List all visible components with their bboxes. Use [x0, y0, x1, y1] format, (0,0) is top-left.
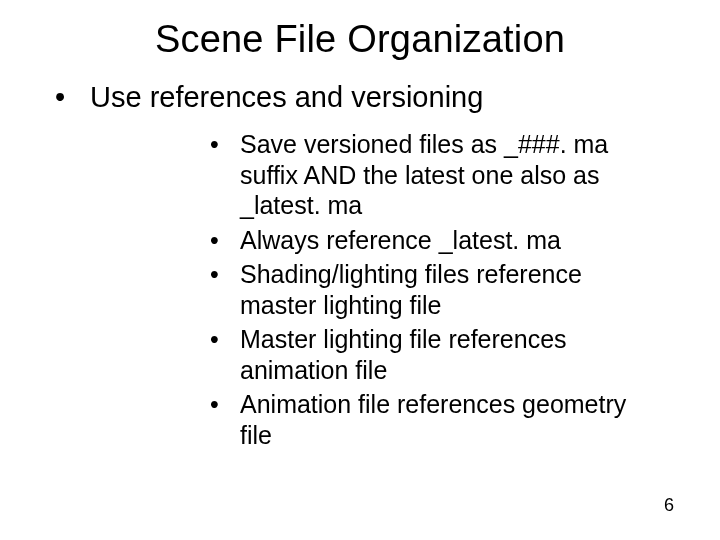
list-item: Always reference _latest. ma	[90, 225, 720, 256]
list-item-text: Always reference _latest. ma	[240, 226, 561, 254]
list-item: Shading/lighting files reference master …	[90, 259, 720, 320]
page-number: 6	[664, 495, 674, 516]
list-item: Animation file references geometry file	[90, 389, 720, 450]
list-item-text: Shading/lighting files reference master …	[240, 260, 582, 319]
list-item: Master lighting file references animatio…	[90, 324, 720, 385]
slide-title: Scene File Organization	[0, 0, 720, 69]
bullet-list-level2: Save versioned files as _###. ma suffix …	[90, 129, 720, 450]
slide: Scene File Organization Use references a…	[0, 0, 720, 540]
list-item-text: Save versioned files as _###. ma suffix …	[240, 130, 608, 219]
list-item: Save versioned files as _###. ma suffix …	[90, 129, 720, 221]
list-item: Use references and versioning Save versi…	[0, 79, 720, 450]
list-item-text: Use references and versioning	[90, 81, 483, 113]
list-item-text: Animation file references geometry file	[240, 390, 626, 449]
bullet-list-level1: Use references and versioning Save versi…	[0, 79, 720, 450]
list-item-text: Master lighting file references animatio…	[240, 325, 567, 384]
